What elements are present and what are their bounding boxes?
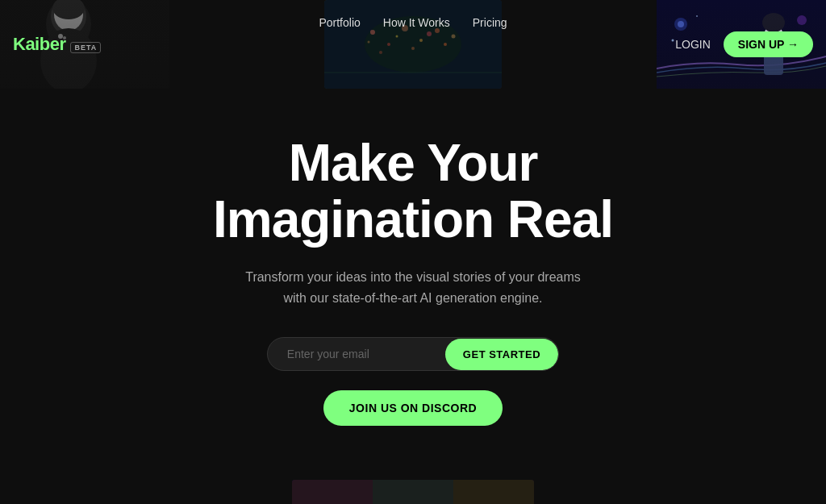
nav-portfolio[interactable]: Portfolio bbox=[319, 16, 360, 29]
bottom-preview-strip bbox=[292, 480, 534, 504]
hero-title: Make Your Imagination Real bbox=[213, 135, 613, 248]
login-button[interactable]: LOGIN bbox=[675, 38, 711, 51]
svg-rect-38 bbox=[373, 480, 453, 504]
hero-title-line2: Imagination Real bbox=[213, 190, 613, 248]
nav-pricing[interactable]: Pricing bbox=[473, 16, 507, 29]
hero-title-line1: Make Your bbox=[289, 134, 538, 192]
hero-subtitle: Transform your ideas into the visual sto… bbox=[236, 267, 590, 308]
nav: Portfolio How It Works Pricing bbox=[319, 0, 507, 45]
logo[interactable]: Kaiber BETA bbox=[13, 34, 101, 55]
email-input[interactable] bbox=[268, 338, 445, 370]
svg-rect-37 bbox=[292, 480, 373, 504]
svg-rect-39 bbox=[453, 480, 534, 504]
logo-badge: BETA bbox=[70, 42, 101, 53]
signup-button[interactable]: SIGN UP → bbox=[724, 31, 813, 57]
header-left-image: Kaiber BETA bbox=[0, 0, 169, 89]
hero-section: Make Your Imagination Real Transform you… bbox=[0, 89, 826, 504]
get-started-button[interactable]: GET STARTED bbox=[445, 339, 558, 370]
nav-how-it-works[interactable]: How It Works bbox=[383, 16, 450, 29]
email-form: GET STARTED bbox=[267, 337, 559, 371]
logo-name: Kaiber bbox=[13, 34, 65, 55]
auth-buttons: LOGIN SIGN UP → bbox=[675, 31, 813, 57]
discord-button[interactable]: JOIN US ON DISCORD bbox=[323, 390, 503, 426]
header-right-image: LOGIN SIGN UP → bbox=[657, 0, 826, 89]
